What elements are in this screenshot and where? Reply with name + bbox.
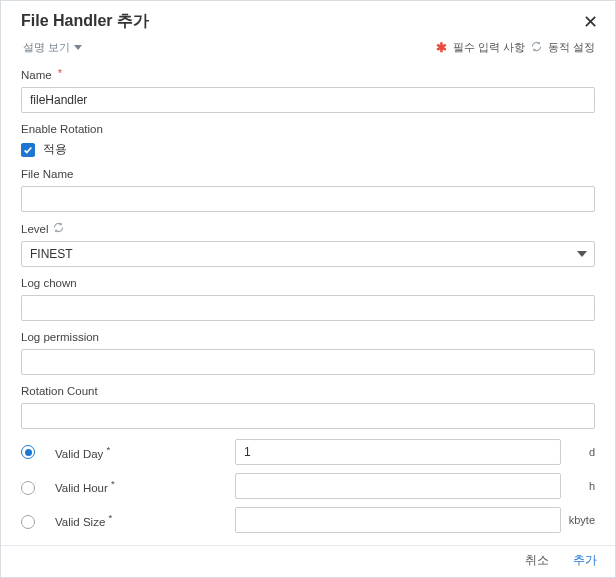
row-valid-size: Valid Size * kbyte <box>21 503 595 537</box>
input-rotation-count[interactable] <box>21 403 595 429</box>
checkbox-icon <box>21 143 35 157</box>
required-star-icon: * <box>111 478 115 489</box>
checkbox-label: 적용 <box>43 141 67 158</box>
rotation-options: Valid Day * d Valid Hour * h <box>21 435 595 537</box>
radio-valid-size[interactable] <box>21 515 35 529</box>
field-name: Name * <box>21 69 595 113</box>
required-star-icon: * <box>58 67 62 79</box>
dialog-body: Name * Enable Rotation 적용 File Name Leve… <box>1 61 615 545</box>
legend-dynamic: 동적 설정 <box>548 40 595 55</box>
toggle-description[interactable]: 설명 보기 <box>23 40 82 55</box>
label-name: Name * <box>21 69 595 81</box>
label-level-text: Level <box>21 223 49 235</box>
field-file-name: File Name <box>21 168 595 212</box>
input-valid-day[interactable] <box>235 439 561 465</box>
dialog-title: File Handler 추가 <box>21 11 579 32</box>
required-star-icon: ✱ <box>436 41 447 54</box>
unit-valid-day: d <box>561 435 595 469</box>
field-level: Level <box>21 222 595 267</box>
dialog-subheader: 설명 보기 ✱ 필수 입력 사항 동적 설정 <box>1 38 615 61</box>
field-rotation-count: Rotation Count Valid Day * d <box>21 385 595 537</box>
dynamic-icon <box>531 41 542 54</box>
input-file-name[interactable] <box>21 186 595 212</box>
cancel-button[interactable]: 취소 <box>525 552 549 569</box>
add-file-handler-dialog: File Handler 추가 ✕ 설명 보기 ✱ 필수 입력 사항 동적 설정… <box>0 0 616 578</box>
field-log-chown: Log chown <box>21 277 595 321</box>
unit-valid-size: kbyte <box>561 503 595 537</box>
field-enable-rotation: Enable Rotation 적용 <box>21 123 595 158</box>
label-log-chown: Log chown <box>21 277 595 289</box>
label-valid-hour: Valid Hour <box>55 482 108 494</box>
input-valid-hour[interactable] <box>235 473 561 499</box>
radio-valid-day[interactable] <box>21 445 35 459</box>
dynamic-icon <box>53 222 64 235</box>
toggle-description-label: 설명 보기 <box>23 40 70 55</box>
radio-valid-hour[interactable] <box>21 481 35 495</box>
input-valid-size[interactable] <box>235 507 561 533</box>
unit-valid-hour: h <box>561 469 595 503</box>
chevron-down-icon <box>74 45 82 50</box>
label-rotation-count: Rotation Count <box>21 385 595 397</box>
label-valid-day: Valid Day <box>55 448 103 460</box>
label-file-name: File Name <box>21 168 595 180</box>
label-enable-rotation: Enable Rotation <box>21 123 595 135</box>
input-name[interactable] <box>21 87 595 113</box>
legend-required: 필수 입력 사항 <box>453 40 525 55</box>
dialog-header: File Handler 추가 ✕ <box>1 1 615 38</box>
checkbox-enable-rotation[interactable]: 적용 <box>21 141 595 158</box>
input-log-permission[interactable] <box>21 349 595 375</box>
required-star-icon: * <box>107 444 111 455</box>
input-log-chown[interactable] <box>21 295 595 321</box>
select-level[interactable] <box>21 241 595 267</box>
label-log-permission: Log permission <box>21 331 595 343</box>
field-log-permission: Log permission <box>21 331 595 375</box>
label-name-text: Name <box>21 69 52 81</box>
chevron-down-icon <box>577 251 587 257</box>
legend: ✱ 필수 입력 사항 동적 설정 <box>436 40 595 55</box>
label-level: Level <box>21 222 595 235</box>
row-valid-day: Valid Day * d <box>21 435 595 469</box>
select-level-display <box>21 241 595 267</box>
row-valid-hour: Valid Hour * h <box>21 469 595 503</box>
close-icon[interactable]: ✕ <box>579 13 601 31</box>
label-valid-size: Valid Size <box>55 516 105 528</box>
submit-button[interactable]: 추가 <box>573 552 597 569</box>
required-star-icon: * <box>109 512 113 523</box>
dialog-footer: 취소 추가 <box>1 545 615 577</box>
